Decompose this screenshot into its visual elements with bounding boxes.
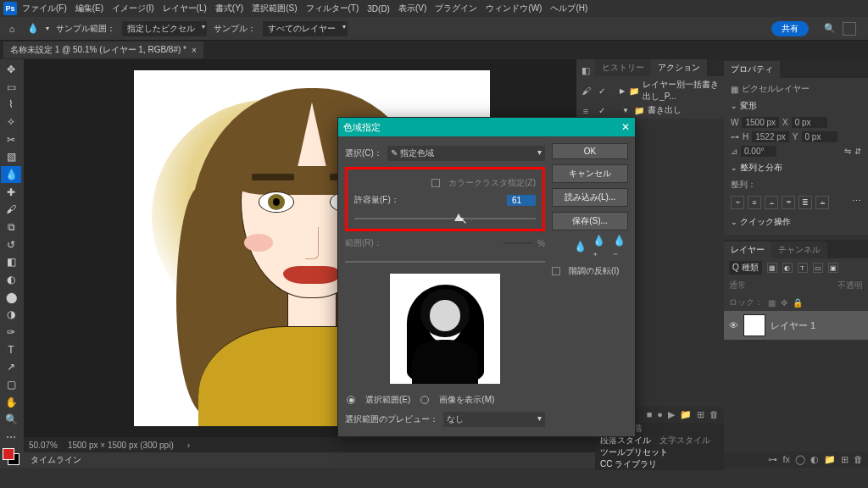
check-icon[interactable] [598,106,607,115]
frame-tool[interactable]: ▧ [1,148,21,165]
adjustment-icon[interactable]: ◐ [810,454,819,465]
zoom-level[interactable]: 50.07% [29,441,58,450]
dialog-titlebar[interactable]: 色域指定 ✕ [338,118,635,136]
selection-preview[interactable] [390,274,500,384]
marquee-tool[interactable]: ▭ [1,79,21,96]
link-wh-icon[interactable]: ⊶ [731,132,739,141]
new-layer-icon[interactable]: ⊞ [841,454,849,465]
cancel-button[interactable]: キャンセル [552,164,628,183]
home-icon[interactable]: ⌂ [3,20,20,37]
select-dropdown[interactable]: ✎ 指定色域 [387,146,545,161]
menu-help[interactable]: ヘルプ(H) [547,1,591,16]
menu-type[interactable]: 書式(Y) [212,1,247,16]
search-icon[interactable]: 🔍 [824,23,836,34]
tool-preset-chevron-icon[interactable]: ▾ [46,25,49,32]
menu-3d[interactable]: 3D(D) [364,3,393,15]
menu-plugin[interactable]: プラグイン [431,1,481,16]
filter-adjust-icon[interactable]: ◐ [782,263,793,273]
blend-mode-dropdown[interactable]: 通常 [729,280,746,291]
group-icon[interactable]: 📁 [824,454,836,465]
filter-type-icon[interactable]: T [798,263,808,273]
history-brush-tool[interactable]: ↺ [1,236,21,253]
tool-preset-panel[interactable]: ツールプリセット [595,446,724,458]
flip-v-icon[interactable]: ⇵ [854,147,861,156]
align-hcenter-icon[interactable]: ≡ [748,196,761,209]
workspace-switcher-icon[interactable] [843,22,856,36]
tab-char-style[interactable]: 文字スタイル [659,435,710,446]
lock-position-icon[interactable]: ✥ [781,298,787,308]
tab-history[interactable]: ヒストリー [595,59,651,76]
record-icon[interactable]: ● [657,409,663,420]
layer-name[interactable]: レイヤー 1 [771,319,815,332]
action-row[interactable]: ▶ 📁 レイヤー別一括書き出し_P... [595,78,724,103]
selection-preview-dropdown[interactable]: なし [443,412,545,427]
menu-select[interactable]: 選択範囲(S) [248,1,300,16]
align-left-icon[interactable]: ⫟ [731,196,744,209]
flip-h-icon[interactable]: ⇋ [844,147,851,156]
check-icon[interactable] [598,86,607,96]
foreground-color[interactable] [3,448,14,460]
menu-layer[interactable]: レイヤー(L) [159,1,210,16]
lock-all-icon[interactable]: 🔒 [793,298,803,308]
section-align[interactable]: 整列と分布 [731,158,861,177]
eyedropper-icon[interactable]: 💧 [572,239,587,254]
zoom-tool[interactable]: 🔍 [1,411,21,428]
fuzziness-field[interactable]: 61 [507,195,536,206]
trash-icon[interactable]: 🗑 [709,409,719,420]
new-set-icon[interactable]: 📁 [680,409,692,420]
layer-row[interactable]: 👁 レイヤー 1 [724,311,868,340]
x-field[interactable]: 0 px [792,117,827,128]
expand-icon[interactable]: ▶ [620,87,626,95]
lock-pixels-icon[interactable]: ▦ [768,298,776,308]
collapsed-panel-icon[interactable]: ◧ [578,63,593,78]
ps-logo[interactable]: Ps [3,2,17,15]
tab-actions[interactable]: アクション [651,59,707,76]
eraser-tool[interactable]: ◧ [1,253,21,270]
section-transform[interactable]: 変形 [731,97,861,115]
cc-libraries-panel[interactable]: CC ライブラリ [595,458,724,470]
close-icon[interactable]: ✕ [621,121,630,133]
section-quick[interactable]: クイック操作 [731,213,861,231]
layer-filter-kind[interactable]: Q 種類 [729,261,762,274]
color-swatch[interactable] [1,448,23,466]
brush-tool[interactable]: 🖌 [1,201,21,218]
hand-tool[interactable]: ✋ [1,394,21,411]
menu-file[interactable]: ファイル(F) [19,1,70,16]
save-button[interactable]: 保存(S)... [552,212,628,230]
edit-toolbar[interactable]: ⋯ [1,429,21,446]
shape-tool[interactable]: ▢ [1,376,21,393]
menu-filter[interactable]: フィルター(T) [303,1,363,16]
radio-selection[interactable] [347,396,355,404]
eyedropper-minus-icon[interactable]: 💧₋ [613,239,628,254]
height-field[interactable]: 1522 px [752,131,789,142]
tab-properties[interactable]: プロパティ [724,61,780,78]
sample-layer-dropdown[interactable]: すべてのレイヤー [263,21,348,36]
document-tab[interactable]: 名称未設定 1 @ 50.1% (レイヤー 1, RGB/8#) * × [3,42,203,58]
ok-button[interactable]: OK [552,143,628,159]
filter-smart-icon[interactable]: ▣ [828,263,838,273]
timeline-panel-tab[interactable]: タイムライン [24,452,595,468]
layer-thumbnail[interactable] [743,314,765,336]
action-row[interactable]: ▼ 📁 書き出し [595,103,724,117]
sample-range-dropdown[interactable]: 指定したピクセル [122,21,207,36]
dodge-tool[interactable]: ◑ [1,306,21,323]
align-vcenter-icon[interactable]: ≣ [798,196,812,209]
status-chevron-icon[interactable]: › [187,441,190,450]
heal-tool[interactable]: ✚ [1,184,21,201]
blur-tool[interactable]: ⬤ [1,289,21,306]
pen-tool[interactable]: ✑ [1,324,21,341]
tab-cc-libraries[interactable]: CC ライブラリ [600,458,657,470]
play-icon[interactable]: ▶ [668,409,675,420]
radio-image[interactable] [420,396,429,404]
move-tool[interactable]: ✥ [1,61,21,78]
load-button[interactable]: 読み込み(L)... [552,188,628,207]
y-field[interactable]: 0 px [802,131,837,142]
tab-channels[interactable]: チャンネル [771,241,827,258]
eyedropper-tool[interactable]: 💧 [1,166,21,183]
share-button[interactable]: 共有 [771,21,809,36]
type-tool[interactable]: T [1,341,21,358]
wand-tool[interactable]: ✧ [1,114,21,130]
fuzziness-slider[interactable]: ↖ [354,214,536,224]
link-layers-icon[interactable]: ⊶ [768,454,777,465]
collapsed-panel-icon[interactable]: 🖌 [578,83,593,98]
